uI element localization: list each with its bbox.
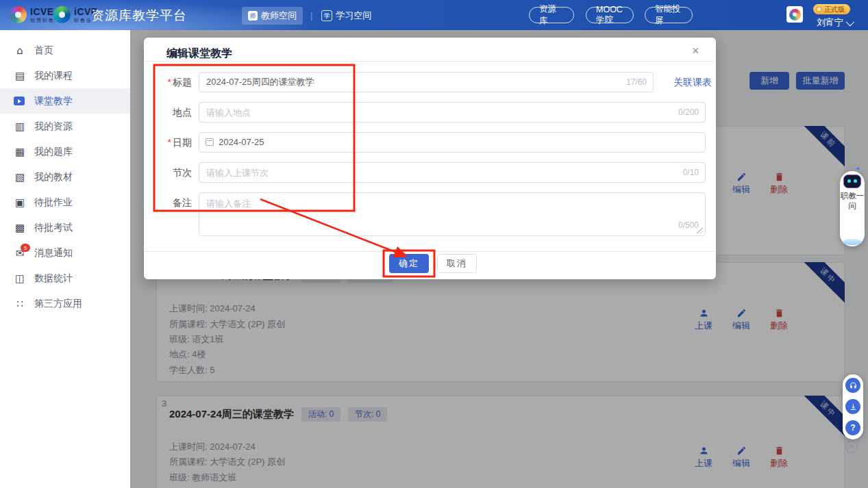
headset-icon — [849, 381, 858, 390]
book-icon: ▤ — [14, 70, 26, 82]
customer-service-button[interactable] — [845, 378, 860, 393]
avatar[interactable] — [786, 6, 803, 23]
sidebar: ⌂ 首页 ▤ 我的课程 课堂教学 ▥ 我的资源 ▦ 我的题库 ▧ 我的教材 ▣ … — [0, 30, 130, 488]
exam-icon: ▩ — [14, 222, 26, 234]
question-bank-icon: ▦ — [14, 146, 26, 158]
date-picker[interactable]: 2024-07-25 — [199, 132, 706, 153]
close-icon[interactable]: × — [692, 44, 699, 58]
resize-handle[interactable] — [696, 227, 703, 233]
user-menu[interactable]: 刘宵宁 — [817, 16, 852, 29]
icve-swirl-icon — [10, 6, 27, 23]
version-badge: 正式版 — [813, 4, 850, 14]
teacher-space-label: 教师空间 — [261, 10, 297, 22]
sidebar-item-label: 待批作业 — [34, 196, 73, 209]
statistics-icon: ◫ — [14, 272, 26, 285]
library-icon: ▥ — [14, 120, 26, 133]
peacock-icon — [53, 6, 71, 23]
notification-badge: 5 — [21, 244, 30, 252]
resource-library-button[interactable]: 资源库 — [529, 7, 574, 23]
confirm-button[interactable]: 确定 — [389, 254, 429, 273]
sidebar-item-label: 待批考试 — [34, 222, 73, 234]
teacher-space-button[interactable]: 师 教师空间 — [242, 7, 303, 25]
session-field-label: 节次 — [152, 162, 192, 183]
download-icon — [849, 402, 858, 411]
date-field-label: *日期 — [152, 132, 192, 153]
remark-textarea[interactable] — [199, 193, 705, 235]
date-value: 2024-07-25 — [219, 133, 264, 152]
learning-space-label: 学习空间 — [336, 10, 371, 22]
homework-icon: ▣ — [14, 196, 26, 209]
session-counter: 0/10 — [683, 168, 699, 177]
title-input-box: 17/60 — [199, 72, 654, 92]
sidebar-item-classroom-teaching[interactable]: 课堂教学 — [0, 88, 130, 114]
link-schedule-link[interactable]: 关联课表 — [673, 77, 712, 89]
location-counter: 0/200 — [678, 107, 699, 117]
sidebar-item-notifications[interactable]: ✉ 5 消息通知 — [0, 240, 130, 266]
sidebar-item-label: 消息通知 — [34, 247, 73, 259]
edit-class-dialog: 编辑课堂教学 × *标题 17/60 关联课表 地点 0/200 *日期 202… — [144, 38, 716, 279]
textbook-icon: ▧ — [14, 171, 26, 183]
learning-space-icon: 学 — [321, 10, 332, 21]
title-input[interactable] — [199, 73, 653, 92]
sidebar-item-third-party-apps[interactable]: ∷ 第三方应用 — [0, 291, 130, 316]
sparkle-icon: ✦ — [855, 165, 860, 172]
ai-assistant-widget[interactable]: ✦ 职教一问 — [840, 171, 865, 246]
sidebar-item-label: 我的教材 — [34, 171, 73, 183]
sidebar-item-pending-homework[interactable]: ▣ 待批作业 — [0, 190, 130, 215]
download-button[interactable] — [845, 399, 860, 414]
question-icon: ? — [850, 423, 855, 433]
play-icon — [14, 97, 25, 105]
session-input[interactable] — [199, 163, 705, 182]
apps-icon: ∷ — [14, 298, 26, 310]
collapse-toolbar-button[interactable]: ✕ — [845, 441, 858, 453]
location-input[interactable] — [199, 103, 705, 122]
sidebar-item-label: 数据统计 — [34, 272, 73, 285]
top-header: ICVE 智慧职教 iCVE 职教云 资源库教学平台 师 教师空间 | 学 学习… — [0, 0, 868, 30]
teacher-space-icon: 师 — [248, 11, 258, 21]
sidebar-item-label: 我的题库 — [34, 146, 73, 158]
session-input-box: 0/10 — [199, 162, 706, 183]
cancel-button[interactable]: 取消 — [437, 254, 477, 273]
smart-cast-button[interactable]: 智能投屏 — [645, 7, 693, 23]
app-root: 新增 批量新增 课前 编辑 删除 课中 2024-07-24周三的课堂教学 活动… — [0, 0, 868, 488]
title-field-label: *标题 — [152, 72, 192, 92]
required-mark: * — [168, 77, 171, 88]
learning-space-button[interactable]: 学 学习空间 — [320, 7, 373, 25]
sidebar-item-textbooks[interactable]: ▧ 我的教材 — [0, 164, 130, 190]
remark-field-label: 备注 — [152, 192, 192, 213]
robot-icon — [843, 175, 861, 188]
sidebar-item-pending-exams[interactable]: ▩ 待批考试 — [0, 215, 130, 240]
sidebar-item-question-bank[interactable]: ▦ 我的题库 — [0, 139, 130, 164]
medal-icon — [816, 6, 822, 12]
sidebar-item-home[interactable]: ⌂ 首页 — [0, 38, 130, 63]
avatar-logo-icon — [789, 9, 801, 21]
remark-textarea-box: 0/500 — [199, 192, 706, 236]
home-icon: ⌂ — [14, 44, 26, 57]
nav-divider: | — [310, 11, 312, 21]
logo-sub: 智慧职教 — [30, 18, 55, 23]
wave-decoration — [843, 239, 862, 245]
help-button[interactable]: ? — [845, 420, 860, 435]
sidebar-item-label: 我的资源 — [34, 120, 73, 133]
mooc-college-button[interactable]: MOOC学院 — [586, 7, 634, 23]
sidebar-item-my-courses[interactable]: ▤ 我的课程 — [0, 63, 130, 88]
location-input-box: 0/200 — [199, 102, 706, 123]
title-counter: 17/60 — [626, 77, 647, 87]
version-label: 正式版 — [824, 5, 845, 14]
sidebar-item-statistics[interactable]: ◫ 数据统计 — [0, 266, 130, 291]
sidebar-item-label: 我的课程 — [34, 70, 73, 82]
chevron-down-icon — [846, 17, 855, 26]
sidebar-item-label: 课堂教学 — [34, 95, 73, 107]
username: 刘宵宁 — [817, 16, 843, 29]
assistant-label: 职教一问 — [840, 191, 865, 211]
required-mark: * — [168, 137, 171, 148]
sidebar-item-label: 首页 — [34, 44, 53, 57]
calendar-icon — [206, 138, 214, 146]
sidebar-item-label: 第三方应用 — [34, 298, 82, 310]
icve-zhihui-logo: ICVE 智慧职教 — [10, 6, 55, 23]
logo-name: ICVE — [30, 7, 55, 16]
location-field-label: 地点 — [152, 102, 192, 123]
dialog-title: 编辑课堂教学 — [166, 47, 232, 61]
platform-title: 资源库教学平台 — [91, 7, 187, 25]
sidebar-item-my-resources[interactable]: ▥ 我的资源 — [0, 114, 130, 139]
